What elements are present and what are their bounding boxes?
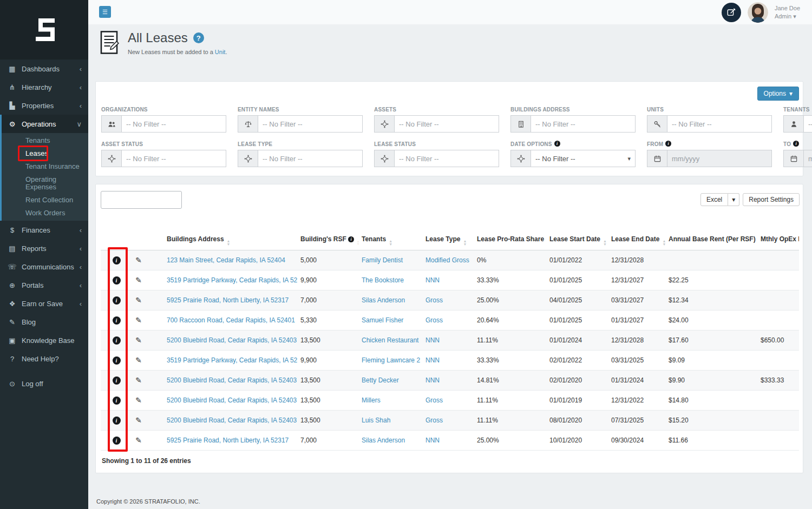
column-header-lease-type[interactable]: Lease Type▲▼: [422, 232, 474, 250]
edit-icon[interactable]: ✎: [135, 336, 142, 345]
lease-type-link[interactable]: NNN: [425, 276, 440, 284]
filter-input-entity-names[interactable]: [258, 115, 363, 133]
column-header-mthly-opex-inc[interactable]: Mthly OpEx Inc▲▼: [757, 232, 799, 250]
info-icon[interactable]: i: [348, 236, 354, 242]
sidebar-subitem-tenant-insurance[interactable]: Tenant Insurance: [2, 160, 88, 173]
chat-button[interactable]: [722, 3, 741, 22]
sidebar-item-finances[interactable]: $Finances‹: [0, 221, 88, 239]
info-icon[interactable]: i: [113, 296, 121, 305]
building-address-link[interactable]: 5200 Bluebird Road, Cedar Rapids, IA 524…: [167, 396, 297, 404]
sidebar-subitem-operating-expenses[interactable]: Operating Expenses: [2, 173, 88, 194]
lease-type-link[interactable]: Gross: [425, 396, 443, 404]
options-button[interactable]: Options▾: [757, 87, 799, 101]
sidebar-item-portals[interactable]: ⊕Portals‹: [0, 276, 88, 294]
lease-type-link[interactable]: NNN: [425, 376, 440, 384]
sidebar-item-reports[interactable]: ▤Reports‹: [0, 239, 88, 257]
edit-icon[interactable]: ✎: [135, 316, 142, 325]
lease-type-link[interactable]: NNN: [425, 356, 440, 364]
column-header-lease-end-date[interactable]: Lease End Date▲▼: [608, 232, 665, 250]
sidebar-item-blog[interactable]: ✎Blog: [0, 313, 88, 331]
edit-icon[interactable]: ✎: [135, 276, 142, 285]
sidebar-item-hierarchy[interactable]: ⋔Hierarchy‹: [0, 78, 88, 96]
edit-icon[interactable]: ✎: [135, 416, 142, 425]
edit-icon[interactable]: ✎: [135, 436, 142, 445]
lease-type-link[interactable]: Modified Gross: [425, 256, 469, 264]
filter-input-lease-type[interactable]: [258, 150, 363, 167]
info-icon[interactable]: i: [113, 356, 121, 365]
sidebar-item-operations[interactable]: ⚙Operations∨: [0, 115, 88, 133]
hamburger-menu-icon[interactable]: ☰: [99, 6, 111, 18]
edit-icon[interactable]: ✎: [135, 256, 142, 265]
sidebar-item-communications[interactable]: ☏Communications‹: [0, 257, 88, 276]
table-search-input[interactable]: [101, 191, 182, 209]
tenant-link[interactable]: The Bookstore: [362, 276, 404, 284]
sidebar-item-dashboards[interactable]: ▦Dashboards‹: [0, 60, 88, 78]
building-address-link[interactable]: 3519 Partridge Parkway, Cedar Rapids, IA…: [167, 276, 297, 284]
edit-icon[interactable]: ✎: [135, 376, 142, 385]
building-address-link[interactable]: 5925 Prairie Road, North Liberty, IA 523…: [167, 437, 289, 444]
edit-icon[interactable]: ✎: [135, 356, 142, 365]
tenant-link[interactable]: Silas Anderson: [362, 296, 405, 304]
building-address-link[interactable]: 700 Raccoon Road, Cedar Rapids, IA 52401: [167, 316, 295, 324]
filter-input-buildings-address[interactable]: [531, 115, 636, 133]
info-icon[interactable]: i: [113, 316, 121, 325]
column-header-annual-base-rent-per-rsf[interactable]: Annual Base Rent (Per RSF)▲▼: [665, 232, 757, 250]
avatar[interactable]: [748, 2, 768, 23]
tenant-link[interactable]: Fleming Lawncare 2: [362, 356, 420, 364]
column-header-buildings-address[interactable]: Buildings Address▲▼: [145, 232, 297, 250]
excel-button[interactable]: Excel: [700, 193, 728, 206]
info-icon[interactable]: i: [113, 276, 121, 285]
info-icon[interactable]: i: [113, 256, 121, 265]
lease-type-link[interactable]: Gross: [425, 316, 443, 324]
edit-icon[interactable]: ✎: [135, 296, 142, 305]
filter-input-asset-status[interactable]: [121, 150, 226, 167]
sidebar-item-knowledge-base[interactable]: ▣Knowledge Base: [0, 331, 88, 349]
tenant-link[interactable]: Family Dentist: [362, 256, 403, 264]
lease-type-link[interactable]: NNN: [425, 437, 440, 444]
filter-input-to[interactable]: [803, 150, 812, 167]
lease-type-link[interactable]: Gross: [425, 296, 443, 304]
tenant-link[interactable]: Betty Decker: [362, 376, 399, 384]
sidebar-item-log-off[interactable]: ⊙Log off: [0, 374, 88, 393]
filter-input-lease-status[interactable]: [394, 150, 499, 167]
sidebar-item-need-help[interactable]: ?Need Help?: [0, 349, 88, 368]
edit-icon[interactable]: ✎: [135, 396, 142, 405]
user-role-menu[interactable]: Admin ▾: [775, 12, 800, 20]
info-icon[interactable]: i: [113, 437, 121, 445]
info-icon[interactable]: i: [113, 417, 121, 425]
sidebar-subitem-leases[interactable]: Leases: [2, 147, 88, 160]
building-address-link[interactable]: 123 Main Street, Cedar Rapids, IA 52404: [167, 256, 285, 264]
info-icon[interactable]: i: [113, 376, 121, 385]
building-address-link[interactable]: 3519 Partridge Parkway, Cedar Rapids, IA…: [167, 356, 297, 364]
sidebar-subitem-rent-collection[interactable]: Rent Collection: [2, 194, 88, 207]
filter-input-from[interactable]: [667, 150, 772, 167]
building-address-link[interactable]: 5200 Bluebird Road, Cedar Rapids, IA 524…: [167, 417, 297, 424]
column-header-tenants[interactable]: Tenants▲▼: [358, 232, 422, 250]
filter-input-tenants[interactable]: [803, 115, 812, 133]
unit-link[interactable]: Unit: [215, 49, 226, 55]
tenant-link[interactable]: Chicken Restaurant: [362, 336, 418, 344]
excel-dropdown-button[interactable]: ▾: [728, 193, 739, 206]
info-icon[interactable]: i: [113, 396, 121, 405]
column-header-building-s-rsf[interactable]: Building's RSF i▲▼: [297, 232, 358, 250]
sidebar-item-properties[interactable]: ▙Properties‹: [0, 96, 88, 115]
info-icon[interactable]: i: [113, 336, 121, 345]
report-settings-button[interactable]: Report Settings: [743, 193, 800, 206]
filter-select-date-options[interactable]: -- No Filter --▾: [531, 150, 636, 167]
sidebar-subitem-tenants[interactable]: Tenants: [2, 134, 88, 147]
tenant-link[interactable]: Samuel Fisher: [362, 316, 403, 324]
lease-type-link[interactable]: NNN: [425, 336, 440, 344]
filter-input-assets[interactable]: [394, 115, 499, 133]
filter-input-organizations[interactable]: [121, 115, 226, 133]
lease-type-link[interactable]: Gross: [425, 417, 443, 424]
building-address-link[interactable]: 5200 Bluebird Road, Cedar Rapids, IA 524…: [167, 376, 297, 384]
sidebar-item-earn-or-save[interactable]: ❖Earn or Save‹: [0, 294, 88, 313]
help-icon[interactable]: ?: [193, 32, 204, 43]
column-header-lease-pro-rata-share[interactable]: Lease Pro-Rata Share▲▼: [474, 232, 546, 250]
building-address-link[interactable]: 5200 Bluebird Road, Cedar Rapids, IA 524…: [167, 336, 297, 344]
tenant-link[interactable]: Silas Anderson: [362, 437, 405, 444]
filter-input-units[interactable]: [667, 115, 772, 133]
tenant-link[interactable]: Luis Shah: [362, 417, 390, 424]
sidebar-subitem-work-orders[interactable]: Work Orders: [2, 207, 88, 220]
building-address-link[interactable]: 5925 Prairie Road, North Liberty, IA 523…: [167, 296, 289, 304]
